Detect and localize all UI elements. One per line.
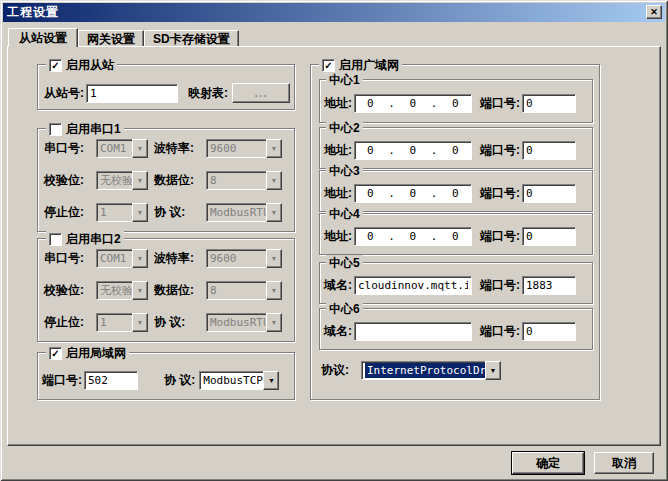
center1-addr-label: 地址: <box>324 95 352 112</box>
center1-ip-input[interactable] <box>354 94 472 113</box>
dropdown-arrow-icon: ▼ <box>266 203 282 222</box>
serial1-stopbits-label: 停止位: <box>44 204 96 221</box>
center2-port-label: 端口号: <box>480 142 520 159</box>
lan-protocol-label: 协 议: <box>164 372 195 389</box>
check-icon: ✓ <box>51 61 59 71</box>
center6-group: 中心6 域名: 端口号: <box>319 308 593 350</box>
center2-title: 中心2 <box>326 120 363 137</box>
dropdown-arrow-icon: ▼ <box>132 313 148 332</box>
center6-title: 中心6 <box>326 301 363 318</box>
serial2-port-value: COM1 <box>96 249 132 268</box>
center2-port-input[interactable] <box>522 141 576 160</box>
lan-port-label: 端口号: <box>42 372 82 389</box>
serial2-protocol-combo: ModbusRTU ▼ <box>206 313 282 332</box>
wan-protocol-value: InternetProtocolDrv2 <box>365 363 485 378</box>
center6-domain-input[interactable] <box>354 322 472 341</box>
center3-ip-input[interactable] <box>354 184 472 203</box>
enable-serial2-label: 启用串口2 <box>66 231 121 248</box>
lan-group: ✓ 启用局域网 端口号: 协 议: ModbusTCP ▼ <box>37 352 295 400</box>
dropdown-arrow-icon: ▼ <box>266 139 282 158</box>
title-bar: 工程设置 ✕ <box>3 3 665 22</box>
enable-slave-checkbox[interactable]: ✓ <box>49 59 62 72</box>
serial1-stopbits-value: 1 <box>96 203 132 222</box>
serial2-baud-label: 波特率: <box>154 250 206 267</box>
serial1-databits-label: 数据位: <box>154 172 206 189</box>
serial2-baud-combo: 9600 ▼ <box>206 249 282 268</box>
center5-group: 中心5 域名: 端口号: <box>319 262 593 304</box>
lan-protocol-value: ModbusTCP <box>199 371 263 390</box>
enable-serial1-checkbox[interactable] <box>49 123 62 136</box>
serial2-port-combo: COM1 ▼ <box>96 249 148 268</box>
serial1-baud-label: 波特率: <box>154 140 206 157</box>
serial2-databits-combo: 8 ▼ <box>206 281 282 300</box>
center4-title: 中心4 <box>326 206 363 223</box>
serial2-protocol-label: 协 议: <box>154 314 206 331</box>
dropdown-arrow-icon: ▼ <box>132 249 148 268</box>
dropdown-arrow-icon: ▼ <box>132 281 148 300</box>
serial2-databits-value: 8 <box>206 281 266 300</box>
center3-port-input[interactable] <box>522 184 576 203</box>
cancel-button[interactable]: 取消 <box>594 452 654 474</box>
center4-addr-label: 地址: <box>324 228 352 245</box>
dropdown-arrow-icon: ▼ <box>266 313 282 332</box>
serial2-group: 启用串口2 串口号: COM1 ▼ 波特率: 9600 ▼ 校验位: 无校验 ▼… <box>37 238 295 342</box>
serial2-baud-value: 9600 <box>206 249 266 268</box>
check-icon: ✓ <box>324 61 332 71</box>
serial2-parity-value: 无校验 <box>96 281 132 300</box>
tab-slave-settings[interactable]: 从站设置 <box>8 28 78 47</box>
center1-port-input[interactable] <box>522 94 576 113</box>
serial1-databits-value: 8 <box>206 171 266 190</box>
serial1-protocol-label: 协 议: <box>154 204 206 221</box>
close-button[interactable]: ✕ <box>646 5 662 19</box>
mapping-table-button[interactable]: ... <box>232 83 290 103</box>
enable-slave-label: 启用从站 <box>66 57 114 74</box>
dropdown-arrow-icon: ▼ <box>266 249 282 268</box>
wan-group: ✓ 启用广域网 中心1 地址: 端口号: 中心2 地址: 端口号: <box>310 64 600 400</box>
serial1-protocol-combo: ModbusRTU ▼ <box>206 203 282 222</box>
serial1-parity-label: 校验位: <box>44 172 96 189</box>
ok-button[interactable]: 确定 <box>512 452 584 474</box>
center1-group: 中心1 地址: 端口号: <box>319 79 593 123</box>
center5-domain-input[interactable] <box>354 276 472 295</box>
center6-port-label: 端口号: <box>480 323 520 340</box>
center5-port-label: 端口号: <box>480 277 520 294</box>
center5-domain-label: 域名: <box>324 277 352 294</box>
enable-lan-checkbox[interactable]: ✓ <box>49 347 62 360</box>
project-settings-dialog: 工程设置 ✕ 从站设置 网关设置 SD卡存储设置 ✓ 启用从站 从站号: 映射表… <box>0 0 668 481</box>
enable-serial1-label: 启用串口1 <box>66 121 121 138</box>
tab-gateway-settings[interactable]: 网关设置 <box>78 30 144 47</box>
center5-title: 中心5 <box>326 255 363 272</box>
serial1-parity-value: 无校验 <box>96 171 132 190</box>
dropdown-arrow-icon: ▼ <box>132 139 148 158</box>
serial2-stopbits-combo: 1 ▼ <box>96 313 148 332</box>
serial2-protocol-value: ModbusRTU <box>206 313 266 332</box>
serial2-stopbits-label: 停止位: <box>44 314 96 331</box>
tab-strip: 从站设置 网关设置 SD卡存储设置 <box>8 28 239 47</box>
center6-port-input[interactable] <box>522 322 576 341</box>
enable-serial2-checkbox[interactable] <box>49 233 62 246</box>
center4-ip-input[interactable] <box>354 227 472 246</box>
serial2-port-label: 串口号: <box>44 250 96 267</box>
center3-title: 中心3 <box>326 163 363 180</box>
lan-protocol-combo[interactable]: ModbusTCP ▼ <box>199 371 279 390</box>
center4-port-input[interactable] <box>522 227 576 246</box>
center3-port-label: 端口号: <box>480 185 520 202</box>
lan-group-legend: ✓ 启用局域网 <box>46 345 129 362</box>
enable-wan-checkbox[interactable]: ✓ <box>322 59 335 72</box>
tab-sdcard-settings[interactable]: SD卡存储设置 <box>144 30 239 47</box>
check-icon: ✓ <box>51 349 59 359</box>
center2-ip-input[interactable] <box>354 141 472 160</box>
enable-lan-label: 启用局域网 <box>66 345 126 362</box>
tab-label: 从站设置 <box>19 30 67 47</box>
dropdown-arrow-icon: ▼ <box>266 171 282 190</box>
slave-no-input[interactable] <box>86 84 178 103</box>
serial1-baud-combo: 9600 ▼ <box>206 139 282 158</box>
dialog-title: 工程设置 <box>7 4 59 21</box>
lan-port-input[interactable] <box>84 371 138 390</box>
serial1-port-label: 串口号: <box>44 140 96 157</box>
center4-group: 中心4 地址: 端口号: <box>319 213 593 255</box>
center1-port-label: 端口号: <box>480 95 520 112</box>
serial1-protocol-value: ModbusRTU <box>206 203 266 222</box>
wan-protocol-combo[interactable]: InternetProtocolDrv2 ▼ <box>361 361 501 380</box>
center5-port-input[interactable] <box>522 276 576 295</box>
